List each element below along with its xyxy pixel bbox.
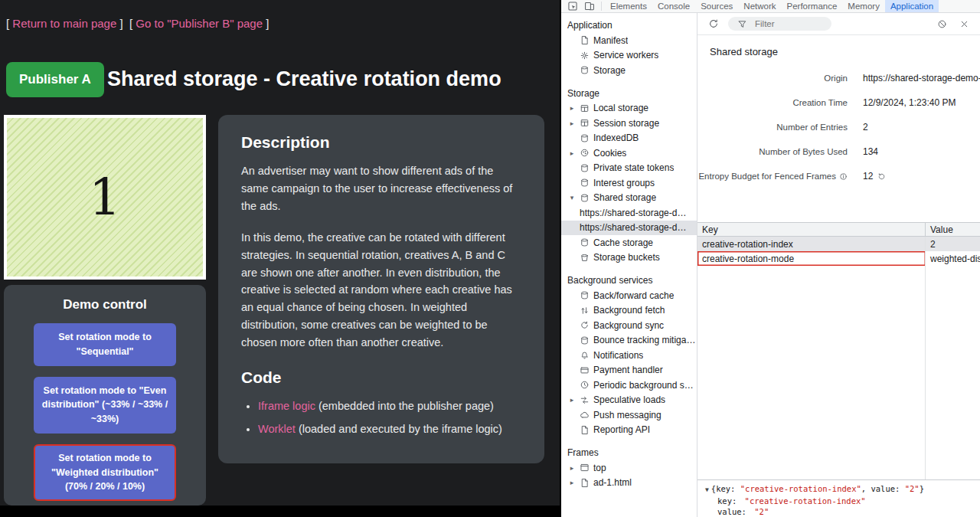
cell-key[interactable]: creative-rotation-mode [697,251,926,266]
sidebar-item-cookies[interactable]: ▸Cookies [561,146,697,161]
metadata-value: 12/9/2024, 1:23:40 PM [854,97,956,108]
db-icon [580,237,590,247]
column-header-key[interactable]: Key [697,223,926,236]
sidebar-item-storage[interactable]: Storage [561,63,697,78]
table-row-creative-rotation-index[interactable]: creative-rotation-index2 [697,237,980,251]
sidebar-item-reporting-api[interactable]: Reporting API [561,423,697,438]
table-row-creative-rotation-mode[interactable]: creative-rotation-modeweighted-dist [697,251,980,266]
publisher-b-link[interactable]: Go to "Publisher B" page [136,17,263,30]
doc-icon [580,425,590,435]
chevron-right-icon[interactable]: ▸ [568,464,576,472]
cell-value[interactable]: 2 [926,239,980,250]
iframe-logic-link[interactable]: Iframe logic [258,400,315,412]
devtools: ElementsConsoleSourcesNetworkPerformance… [561,0,980,517]
chevron-right-icon[interactable]: ▸ [568,479,576,486]
tab-performance[interactable]: Performance [782,0,843,12]
db-icon [580,178,590,188]
chevron-right-icon[interactable]: ▸ [568,104,576,112]
property-value: "2" [754,507,769,516]
chevron-right-icon[interactable]: ▸ [568,396,576,404]
bullet-text: (loaded and executed by the iframe logic… [296,423,502,435]
metadata-label: Creation Time [697,98,854,107]
chevron-down-icon[interactable]: ▼ [705,486,709,493]
bracket: ] [ [116,17,136,30]
metadata-label: Entropy Budget for Fenced Frames [697,172,854,181]
sidebar-item-label: Interest groups [593,178,655,188]
metadata-value: 2 [854,122,868,133]
preview-text: {key: [711,484,740,493]
close-icon[interactable] [956,19,972,29]
sidebar-item-label: Cookies [593,148,626,159]
fetch-icon [580,306,590,316]
sidebar-item-bounce-tracking-mitiga[interactable]: Bounce tracking mitiga… [561,333,697,348]
sidebar-item-manifest[interactable]: Manifest [561,33,697,48]
sidebar-item-shared-storage[interactable]: ▾Shared storage [561,191,697,206]
worklet-link[interactable]: Worklet [258,423,296,435]
sidebar-item-https-shared-storage-d[interactable]: https://shared-storage-d… [561,205,697,221]
inspect-icon[interactable] [564,1,581,11]
refresh-icon[interactable] [705,18,722,29]
sidebar-item-service-workers[interactable]: Service workers [561,48,697,64]
metadata-label: Origin [697,74,854,83]
sidebar-item-cache-storage[interactable]: Cache storage [561,235,697,250]
db-icon [580,163,590,173]
sidebar-item-background-sync[interactable]: Background sync [561,318,697,333]
cell-value[interactable]: weighted-dist [926,254,980,264]
metadata-row: Entropy Budget for Fenced Frames12 [697,164,980,188]
info-icon[interactable] [839,172,848,181]
tab-sources[interactable]: Sources [695,0,738,12]
sidebar-item-https-shared-storage-d[interactable]: https://shared-storage-d… [561,221,697,236]
sidebar-section-header: Frames [561,445,697,460]
tab-network[interactable]: Network [738,0,781,12]
sidebar-item-label: Push messaging [593,410,662,420]
sidebar-item-label: Back/forward cache [593,290,674,301]
chevron-right-icon[interactable]: ▸ [568,149,576,157]
sidebar-item-notifications[interactable]: Notifications [561,348,697,363]
sidebar-item-top[interactable]: ▸top [561,460,697,476]
sidebar-item-storage-buckets[interactable]: Storage buckets [561,250,697,266]
tab-console[interactable]: Console [652,0,695,12]
sidebar-item-session-storage[interactable]: ▸Session storage [561,116,697,131]
preview-summary[interactable]: ▼{key: "creative-rotation-index", value:… [705,483,974,496]
sidebar-item-periodic-background-s[interactable]: Periodic background s… [561,378,697,393]
sidebar-item-interest-groups[interactable]: Interest groups [561,175,697,191]
device-toolbar-icon[interactable] [581,1,598,11]
column-header-value[interactable]: Value [926,224,980,235]
table-icon [580,118,590,128]
sidebar-item-indexeddb[interactable]: IndexedDB [561,131,697,146]
sidebar-item-ad-1-html[interactable]: ▸ad-1.html [561,476,697,491]
tab-elements[interactable]: Elements [605,0,652,12]
description-paragraph-1: An advertiser may want to show different… [241,162,521,215]
sidebar-item-background-fetch[interactable]: Background fetch [561,303,697,319]
sidebar-item-speculative-loads[interactable]: ▸Speculative loads [561,393,697,408]
devtools-body: ApplicationManifestService workersStorag… [561,13,980,517]
sidebar-item-label: https://shared-storage-d… [580,208,686,218]
tab-memory[interactable]: Memory [842,0,885,12]
metadata-label-text: Number of Entries [776,123,848,132]
sidebar-item-back-forward-cache[interactable]: Back/forward cache [561,288,697,303]
sidebar-item-local-storage[interactable]: ▸Local storage [561,101,697,116]
reset-budget-icon[interactable] [877,172,886,181]
filter-box[interactable] [728,17,831,31]
chevron-down-icon[interactable]: ▾ [568,194,576,201]
rotation-mode-button-2[interactable]: Set rotation mode to "Even distribution"… [34,377,176,434]
code-links-list: Iframe logic (embedded into the publishe… [241,398,521,437]
sidebar-item-private-state-tokens[interactable]: Private state tokens [561,161,697,176]
cell-key[interactable]: creative-rotation-index [697,237,926,251]
clock-icon [580,380,590,390]
property-value: "creative-rotation-index" [745,496,866,506]
rotation-mode-button-1[interactable]: Set rotation mode to "Sequential" [34,323,176,366]
sidebar-item-label: Payment handler [593,365,663,375]
code-bullet: Iframe logic (embedded into the publishe… [258,398,521,414]
sidebar-item-payment-handler[interactable]: Payment handler [561,363,697,378]
return-main-link[interactable]: Return to main page [12,17,116,30]
rotation-mode-button-3[interactable]: Set rotation mode to "Weighted distribut… [34,444,176,501]
tab-application[interactable]: Application [885,0,939,12]
preview-properties: key: "creative-rotation-index"value: "2" [705,496,974,517]
filter-input[interactable] [753,18,825,29]
clear-all-icon[interactable] [934,19,950,29]
chevron-right-icon[interactable]: ▸ [568,119,576,127]
metadata-value: 12 [854,171,886,182]
sidebar-item-label: ad-1.html [593,477,632,488]
sidebar-item-push-messaging[interactable]: Push messaging [561,407,697,423]
